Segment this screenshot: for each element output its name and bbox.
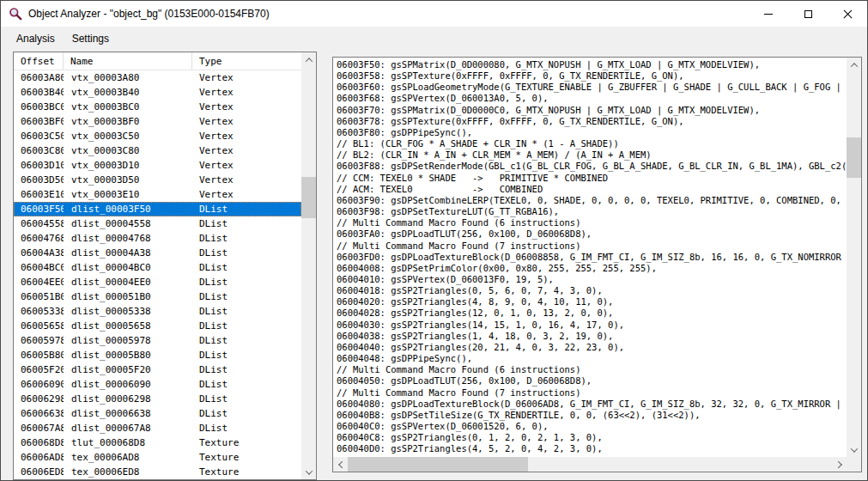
minimize-button[interactable] bbox=[749, 1, 788, 27]
row-name: vtx_00003BF0 bbox=[64, 114, 192, 129]
table-row[interactable]: 060068D8 tlut_000068D8 Texture bbox=[14, 435, 301, 450]
scrollbar-thumb[interactable] bbox=[301, 177, 316, 218]
row-offset: 06003A80 bbox=[14, 70, 64, 85]
column-header-type[interactable]: Type bbox=[192, 52, 301, 70]
table-row[interactable]: 06006298 dlist_00006298 DList bbox=[14, 392, 301, 406]
chevron-up-icon bbox=[305, 58, 312, 64]
scroll-right-button[interactable] bbox=[832, 457, 847, 472]
row-name: dlist_00003F50 bbox=[64, 202, 192, 216]
disassembly-view: 06003F50: gsSPMatrix(D_0D000080, G_MTX_N… bbox=[332, 57, 862, 472]
table-row[interactable]: 06003D50 vtx_00003D50 Vertex bbox=[14, 173, 301, 187]
titlebar[interactable]: Object Analyzer - "object_bg" (0153E000-… bbox=[1, 1, 867, 27]
code-line: 06003F68: gsSPVertex(D_060013A0, 5, 0), bbox=[337, 93, 847, 104]
row-type: DList bbox=[192, 246, 301, 260]
table-row[interactable]: 06003BC0 vtx_00003BC0 Vertex bbox=[14, 100, 301, 114]
table-row[interactable]: 06003BF0 vtx_00003BF0 Vertex bbox=[14, 114, 301, 129]
table-row[interactable]: 06003F50 dlist_00003F50 DList bbox=[14, 202, 301, 216]
row-type: Vertex bbox=[192, 129, 301, 143]
scroll-down-button[interactable] bbox=[301, 465, 316, 479]
table-row[interactable]: 060051B0 dlist_000051B0 DList bbox=[14, 289, 301, 304]
code-line: 06004020: gsSP2Triangles(4, 8, 9, 0, 4, … bbox=[337, 296, 847, 307]
row-type: DList bbox=[192, 289, 301, 304]
scroll-up-button[interactable] bbox=[847, 58, 861, 72]
row-name: vtx_00003E10 bbox=[64, 187, 192, 202]
chevron-up-icon bbox=[850, 63, 857, 70]
table-row[interactable]: 06006AD8 tex_00006AD8 Texture bbox=[14, 450, 301, 465]
row-type: DList bbox=[192, 275, 301, 289]
scroll-left-button[interactable] bbox=[333, 457, 348, 472]
table-row[interactable]: 06006ED8 tex_00006ED8 Texture bbox=[14, 465, 301, 479]
code-line: 06003F58: gsSPTexture(0xFFFF, 0xFFFF, 0,… bbox=[337, 70, 847, 82]
code-line: 060040D0: gsSP2Triangles(4, 5, 2, 0, 4, … bbox=[337, 443, 847, 454]
code-line: 06003F90: gsDPSetCombineLERP(TEXEL0, 0, … bbox=[337, 195, 847, 206]
table-row[interactable]: 06003A80 vtx_00003A80 Vertex bbox=[14, 70, 301, 85]
code-line: 06004010: gsSPVertex(D_060013F0, 19, 5), bbox=[337, 274, 847, 285]
table-row[interactable]: 060067A8 dlist_000067A8 DList bbox=[14, 421, 301, 435]
table-row[interactable]: 06003D10 vtx_00003D10 Vertex bbox=[14, 158, 301, 173]
code-line: 06004038: gsSP2Triangles(1, 4, 18, 0, 3,… bbox=[337, 331, 847, 342]
row-offset: 06003BF0 bbox=[14, 114, 64, 129]
code-line: 06003F60: gsSPLoadGeometryMode(G_TEXTURE… bbox=[337, 82, 847, 93]
table-row[interactable]: 06005B80 dlist_00005B80 DList bbox=[14, 348, 301, 362]
row-name: dlist_00004BC0 bbox=[64, 260, 192, 275]
row-type: DList bbox=[192, 348, 301, 362]
table-row[interactable]: 06006638 dlist_00006638 DList bbox=[14, 406, 301, 421]
disassembly-horizontal-scrollbar[interactable] bbox=[333, 457, 847, 472]
table-row[interactable]: 06005338 dlist_00005338 DList bbox=[14, 304, 301, 319]
code-line: // ACM: TEXEL0 -> COMBINED bbox=[337, 184, 847, 195]
code-line: 06004018: gsSP2Triangles(0, 5, 6, 0, 7, … bbox=[337, 285, 847, 296]
menu-item-analysis[interactable]: Analysis bbox=[8, 28, 64, 49]
disassembly-text[interactable]: 06003F50: gsSPMatrix(D_0D000080, G_MTX_N… bbox=[333, 58, 847, 457]
row-name: dlist_00004A38 bbox=[64, 246, 192, 260]
scroll-down-button[interactable] bbox=[847, 442, 861, 457]
code-line: 06004030: gsSP2Triangles(14, 15, 1, 0, 1… bbox=[337, 320, 847, 331]
row-name: dlist_00004EE0 bbox=[64, 275, 192, 289]
scrollbar-thumb[interactable] bbox=[847, 137, 861, 178]
row-offset: 06003D10 bbox=[14, 158, 64, 173]
table-row[interactable]: 06003C50 vtx_00003C50 Vertex bbox=[14, 129, 301, 143]
table-row[interactable]: 06005F20 dlist_00005F20 DList bbox=[14, 362, 301, 377]
disassembly-vertical-scrollbar[interactable] bbox=[847, 58, 861, 457]
row-type: Vertex bbox=[192, 187, 301, 202]
menu-item-settings[interactable]: Settings bbox=[64, 28, 118, 49]
code-line: 060040B8: gsDPSetTileSize(G_TX_RENDERTIL… bbox=[337, 410, 847, 421]
row-offset: 06003C50 bbox=[14, 129, 64, 143]
window-title: Object Analyzer - "object_bg" (0153E000-… bbox=[28, 8, 270, 20]
table-row[interactable]: 06003B40 vtx_00003B40 Vertex bbox=[14, 85, 301, 100]
table-row[interactable]: 06003C80 vtx_00003C80 Vertex bbox=[14, 143, 301, 158]
table-row[interactable]: 06006090 dlist_00006090 DList bbox=[14, 377, 301, 392]
scrollbar-thumb[interactable] bbox=[348, 457, 528, 472]
table-row[interactable]: 06005978 dlist_00005978 DList bbox=[14, 333, 301, 348]
column-header-name[interactable]: Name bbox=[64, 52, 192, 70]
table-row[interactable]: 06004558 dlist_00004558 DList bbox=[14, 216, 301, 231]
row-type: Vertex bbox=[192, 100, 301, 114]
table-row[interactable]: 06004768 dlist_00004768 DList bbox=[14, 231, 301, 246]
row-offset: 06006090 bbox=[14, 377, 64, 392]
row-name: dlist_00005978 bbox=[64, 333, 192, 348]
row-offset: 06004A38 bbox=[14, 246, 64, 260]
close-button[interactable] bbox=[828, 1, 867, 27]
maximize-button[interactable] bbox=[788, 1, 828, 27]
chevron-down-icon bbox=[305, 467, 312, 474]
code-line: 06004040: gsSP2Triangles(20, 21, 4, 0, 3… bbox=[337, 342, 847, 353]
table-row[interactable]: 06003E10 vtx_00003E10 Vertex bbox=[14, 187, 301, 202]
code-line: 06004028: gsSP2Triangles(12, 0, 1, 0, 13… bbox=[337, 307, 847, 319]
table-row[interactable]: 06004A38 dlist_00004A38 DList bbox=[14, 246, 301, 260]
table-row[interactable]: 06005658 dlist_00005658 DList bbox=[14, 319, 301, 333]
row-type: Vertex bbox=[192, 143, 301, 158]
row-type: DList bbox=[192, 406, 301, 421]
table-row[interactable]: 06004EE0 dlist_00004EE0 DList bbox=[14, 275, 301, 289]
row-type: DList bbox=[192, 304, 301, 319]
row-offset: 06003F50 bbox=[14, 202, 64, 216]
code-line: 060040C0: gsSPVertex(D_06001520, 6, 0), bbox=[337, 421, 847, 432]
row-offset: 06004558 bbox=[14, 216, 64, 231]
object-list-vertical-scrollbar[interactable] bbox=[301, 52, 316, 479]
row-type: Texture bbox=[192, 450, 301, 465]
scroll-up-button[interactable] bbox=[301, 52, 316, 67]
row-name: dlist_00005B80 bbox=[64, 348, 192, 362]
object-list-header: Offset Name Type bbox=[14, 52, 301, 70]
table-row[interactable]: 06004BC0 dlist_00004BC0 DList bbox=[14, 260, 301, 275]
object-list-rows: 06003A80 vtx_00003A80 Vertex 06003B40 vt… bbox=[14, 70, 301, 479]
column-header-offset[interactable]: Offset bbox=[14, 52, 64, 70]
row-offset: 06006AD8 bbox=[14, 450, 64, 465]
